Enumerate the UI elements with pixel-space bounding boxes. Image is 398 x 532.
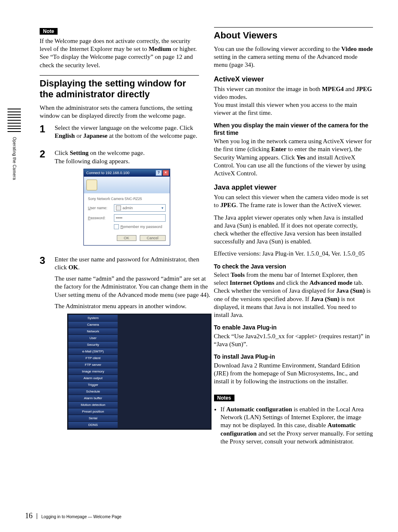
step-3-p3: The Administrator menu appears in anothe… bbox=[55, 302, 212, 310]
notes-bullet-1: If Automatic configuration is enabled in… bbox=[221, 405, 373, 446]
dialog-title: Connect to 192.168.0.100 bbox=[86, 171, 130, 175]
username-label: User name: bbox=[88, 206, 111, 210]
admin-menu-item[interactable]: Preset position bbox=[68, 408, 118, 415]
admin-menu-item[interactable]: FTP server bbox=[68, 362, 118, 368]
cancel-button[interactable]: Cancel bbox=[140, 235, 166, 241]
admin-menu-item[interactable]: Image memory bbox=[68, 368, 118, 375]
page-footer: 16 Logging in to Homepage — Welcome Page bbox=[25, 512, 121, 520]
install-java-text: Download Java 2 Runtime Environment, Sta… bbox=[214, 362, 373, 386]
right-column: About Viewers You can use the following … bbox=[214, 27, 373, 449]
dialog-caption: Sony Network Camera SNC-RZ25 bbox=[88, 197, 166, 201]
left-column: Note If the Welcome page does not activa… bbox=[40, 27, 199, 449]
user-icon bbox=[116, 205, 121, 210]
section-rule bbox=[40, 75, 199, 76]
check-java-heading: To check the Java version bbox=[214, 263, 373, 271]
about-viewers-heading: About Viewers bbox=[214, 30, 373, 41]
admin-menu-item[interactable]: Camera bbox=[68, 322, 118, 328]
enable-java-text: Check “Use Java2v1.5.0_xx for <applet> (… bbox=[214, 332, 373, 348]
java-heading: Java applet viewer bbox=[214, 183, 373, 192]
admin-menu-item[interactable]: User bbox=[68, 335, 118, 342]
admin-menu-content bbox=[118, 315, 210, 428]
check-java-text: Select Tools from the menu bar of Intern… bbox=[214, 271, 373, 319]
admin-menu-item[interactable]: System bbox=[68, 315, 118, 322]
admin-menu-item[interactable]: Schedule bbox=[68, 388, 118, 395]
close-icon[interactable]: × bbox=[163, 170, 169, 176]
side-tab: Operating the Camera bbox=[6, 109, 23, 217]
java-p2: The Java applet viewer operates only whe… bbox=[214, 214, 373, 246]
admin-menu-item[interactable]: Alarm output bbox=[68, 375, 118, 382]
help-icon[interactable]: ? bbox=[156, 170, 162, 176]
step-2: 2 Click Setting on the welcome page. The… bbox=[40, 149, 199, 249]
activex-first-time-text: When you log in the network camera using… bbox=[214, 137, 373, 177]
admin-menu-item[interactable]: Network bbox=[68, 328, 118, 335]
step-3: 3 Enter the user name and password for A… bbox=[40, 256, 199, 430]
chevron-down-icon[interactable]: ▾ bbox=[161, 206, 164, 210]
admin-menu-item[interactable]: Trigger bbox=[68, 382, 118, 388]
section-intro: When the administrator sets the camera f… bbox=[40, 104, 199, 120]
admin-menu-item[interactable]: Serial bbox=[68, 415, 118, 422]
activex-p1: This viewer can monitor the image in bot… bbox=[214, 85, 373, 117]
side-tab-bars bbox=[8, 109, 21, 132]
note-text: If the Welcome page does not activate co… bbox=[40, 37, 199, 69]
admin-menu-item[interactable]: Security bbox=[68, 342, 118, 348]
admin-menu-item[interactable]: DDNS bbox=[68, 422, 118, 428]
keys-icon bbox=[86, 180, 97, 190]
dialog-titlebar: Connect to 192.168.0.100 ? × bbox=[84, 169, 170, 177]
step-1: 1 Select the viewer language on the welc… bbox=[40, 124, 199, 143]
step-number: 2 bbox=[40, 149, 48, 249]
section-heading: Displaying the setting window for the ad… bbox=[40, 78, 199, 100]
dialog-banner bbox=[84, 177, 170, 193]
username-field[interactable]: admin ▾ bbox=[114, 204, 166, 212]
step-number: 1 bbox=[40, 124, 48, 143]
section-rule bbox=[214, 27, 373, 28]
admin-menu-panel: SystemCameraNetworkUserSecuritye-Mail (S… bbox=[67, 314, 212, 430]
footer-text: Logging in to Homepage — Welcome Page bbox=[41, 514, 121, 519]
login-dialog: Connect to 192.168.0.100 ? × Sony Net bbox=[83, 169, 170, 246]
activex-heading: ActiveX viewer bbox=[214, 75, 373, 84]
notes-badge: Notes bbox=[214, 395, 234, 401]
step-1-text: Select the viewer language on the welcom… bbox=[55, 124, 199, 140]
step-number: 3 bbox=[40, 256, 48, 430]
step-3-text: Enter the user name and password for Adm… bbox=[55, 256, 212, 271]
page-number: 16 bbox=[25, 512, 33, 520]
java-p1: You can select this viewer when the came… bbox=[214, 193, 373, 209]
password-field[interactable]: ••••• bbox=[114, 214, 166, 222]
admin-menu-item[interactable]: e-Mail (SMTP) bbox=[68, 348, 118, 355]
admin-menu-item[interactable]: Alarm buffer bbox=[68, 395, 118, 402]
side-tab-label: Operating the Camera bbox=[12, 137, 17, 180]
admin-menu-item[interactable]: Motion detection bbox=[68, 402, 118, 408]
ok-button[interactable]: OK bbox=[117, 235, 136, 241]
java-versions: Effective versions: Java Plug-in Ver. 1.… bbox=[214, 250, 373, 258]
checkbox-icon[interactable] bbox=[114, 224, 119, 229]
enable-java-heading: To enable Java Plug-in bbox=[214, 324, 373, 332]
admin-menu-item[interactable]: FTP client bbox=[68, 355, 118, 362]
notes-list: If Automatic configuration is enabled in… bbox=[214, 405, 373, 446]
remember-checkbox[interactable]: Remember my password bbox=[114, 224, 166, 229]
about-viewers-p1: You can use the following viewer accordi… bbox=[214, 45, 373, 69]
step-3-p2: The user name “admin” and the password “… bbox=[55, 275, 212, 299]
install-java-heading: To install Java Plug-in bbox=[214, 353, 373, 361]
note-badge: Note bbox=[40, 28, 58, 35]
password-label: Password: bbox=[88, 216, 111, 220]
activex-first-time-heading: When you display the main viewer of the … bbox=[214, 122, 373, 137]
step-2-text: Click Setting on the welcome page. The f… bbox=[55, 149, 199, 165]
